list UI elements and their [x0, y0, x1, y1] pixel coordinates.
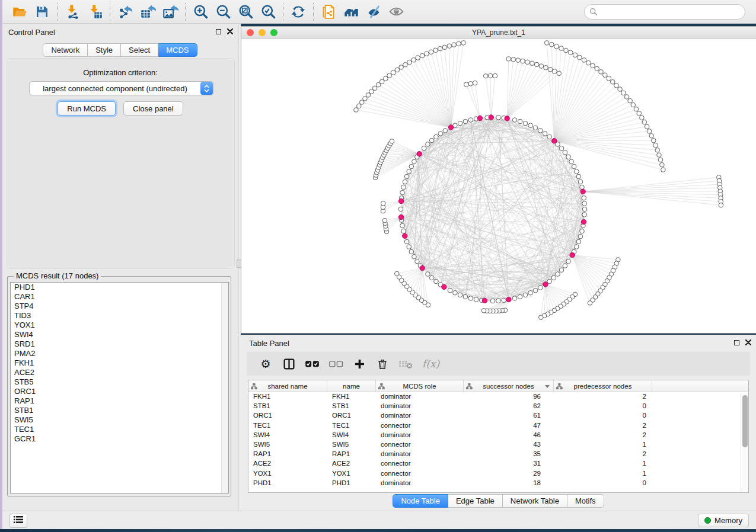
table-row[interactable]: ORC1ORC1dominator610: [248, 411, 748, 421]
network-node[interactable]: [518, 119, 522, 124]
network-node[interactable]: [426, 272, 430, 277]
table-cell[interactable]: dominator: [376, 411, 464, 421]
memory-button[interactable]: Memory: [698, 514, 749, 527]
network-node[interactable]: [425, 52, 429, 56]
table-cell[interactable]: PHD1: [248, 479, 327, 488]
network-node[interactable]: [582, 58, 586, 63]
result-item[interactable]: STB5: [11, 377, 228, 387]
float-panel-icon[interactable]: [216, 29, 221, 34]
network-node[interactable]: [573, 53, 578, 57]
network-node[interactable]: [559, 146, 564, 150]
network-node[interactable]: [578, 180, 583, 184]
column-header-predecessor-nodes[interactable]: predecessor nodes: [554, 380, 652, 392]
zoom-fit-icon[interactable]: [234, 2, 257, 22]
network-node[interactable]: [657, 153, 662, 158]
network-hub-node[interactable]: [505, 116, 509, 121]
network-node[interactable]: [379, 79, 384, 84]
table-cell[interactable]: 1: [554, 459, 652, 469]
network-node[interactable]: [645, 124, 649, 129]
table-cell[interactable]: RAP1: [327, 450, 376, 459]
network-node[interactable]: [387, 73, 392, 78]
network-node[interactable]: [493, 73, 497, 78]
tab-motifs[interactable]: Motifs: [567, 494, 604, 508]
network-node[interactable]: [360, 100, 365, 105]
network-node[interactable]: [512, 118, 517, 123]
search-objects-icon[interactable]: [340, 2, 362, 22]
network-node[interactable]: [637, 111, 642, 116]
table-cell[interactable]: STB1: [327, 402, 376, 411]
network-node[interactable]: [530, 61, 535, 66]
network-node[interactable]: [621, 91, 626, 95]
network-node[interactable]: [366, 93, 371, 98]
network-node[interactable]: [634, 107, 639, 111]
network-node[interactable]: [473, 81, 477, 85]
network-hub-node[interactable]: [417, 152, 422, 156]
network-node[interactable]: [575, 169, 579, 174]
network-node[interactable]: [490, 299, 495, 303]
network-hub-node[interactable]: [398, 214, 403, 219]
network-node[interactable]: [463, 119, 468, 124]
tab-mcds[interactable]: MCDS: [158, 43, 197, 57]
network-node[interactable]: [563, 264, 567, 268]
network-node[interactable]: [433, 48, 438, 53]
export-table-icon[interactable]: [136, 2, 159, 22]
network-node[interactable]: [564, 48, 569, 53]
table-cell[interactable]: 96: [464, 392, 554, 402]
tab-network-table[interactable]: Network Table: [503, 494, 567, 508]
network-hub-node[interactable]: [552, 139, 557, 143]
network-node[interactable]: [553, 69, 557, 74]
share-document-icon[interactable]: [317, 2, 340, 22]
network-hub-node[interactable]: [581, 219, 586, 224]
network-node[interactable]: [534, 62, 539, 67]
show-hidden-icon[interactable]: [385, 2, 407, 22]
network-node[interactable]: [559, 268, 564, 273]
result-item[interactable]: TEC1: [11, 425, 228, 434]
network-node[interactable]: [588, 301, 592, 306]
result-item[interactable]: FKH1: [11, 358, 228, 368]
network-node[interactable]: [407, 169, 412, 174]
network-node[interactable]: [640, 116, 645, 120]
network-node[interactable]: [403, 62, 408, 67]
network-node[interactable]: [631, 102, 636, 107]
result-item[interactable]: RAP1: [11, 396, 228, 406]
network-node[interactable]: [403, 180, 407, 184]
network-node[interactable]: [607, 76, 611, 81]
network-node[interactable]: [595, 66, 599, 71]
network-hub-node[interactable]: [489, 115, 493, 120]
network-node[interactable]: [481, 309, 486, 313]
network-node[interactable]: [463, 294, 468, 299]
table-row[interactable]: SWI4SWI4dominator462: [248, 431, 748, 440]
save-icon[interactable]: [31, 2, 53, 22]
network-hub-node[interactable]: [477, 116, 482, 120]
table-cell[interactable]: dominator: [376, 450, 464, 459]
table-cell[interactable]: connector: [376, 459, 464, 469]
network-node[interactable]: [398, 207, 403, 211]
network-node[interactable]: [400, 190, 405, 195]
open-icon[interactable]: [8, 2, 31, 22]
tab-edge-table[interactable]: Edge Table: [448, 494, 503, 508]
network-node[interactable]: [391, 70, 395, 75]
network-node[interactable]: [412, 57, 416, 62]
network-node[interactable]: [523, 293, 528, 297]
network-node[interactable]: [381, 201, 386, 206]
table-cell[interactable]: dominator: [376, 392, 464, 402]
network-node[interactable]: [434, 134, 439, 139]
network-node[interactable]: [548, 67, 553, 72]
network-hub-node[interactable]: [506, 297, 511, 302]
table-cell[interactable]: 2: [554, 431, 652, 440]
result-item[interactable]: SWI4: [11, 330, 228, 339]
network-node[interactable]: [458, 293, 462, 297]
network-hub-node[interactable]: [442, 284, 446, 289]
table-cell[interactable]: 29: [464, 469, 554, 479]
network-node[interactable]: [551, 275, 556, 280]
network-node[interactable]: [511, 57, 516, 62]
network-node[interactable]: [611, 80, 615, 85]
table-cell[interactable]: 0: [554, 402, 652, 411]
table-cell[interactable]: 2: [554, 392, 652, 402]
network-node[interactable]: [443, 129, 448, 133]
network-node[interactable]: [528, 123, 533, 128]
network-node[interactable]: [550, 42, 554, 47]
result-scrollbar[interactable]: [221, 283, 228, 493]
table-cell[interactable]: 1: [554, 469, 652, 479]
network-node[interactable]: [420, 53, 425, 58]
